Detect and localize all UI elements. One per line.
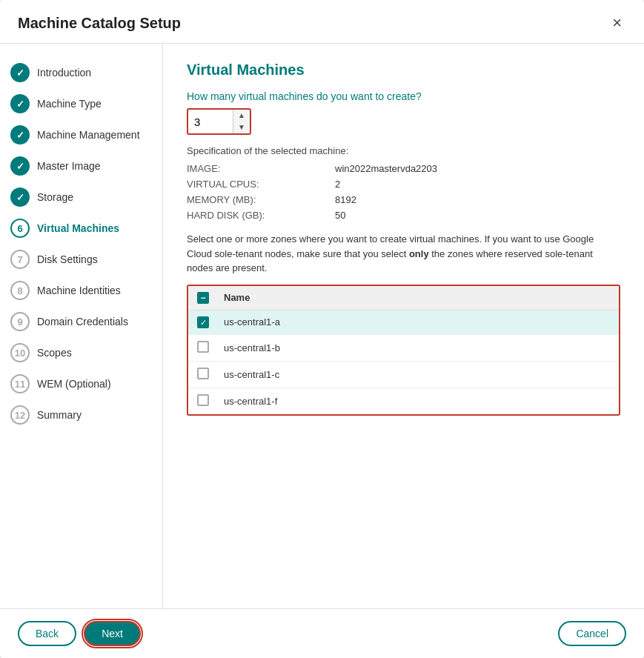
zone-name-label: us-central1-a xyxy=(224,316,280,328)
zone-checkbox-cell xyxy=(197,368,218,382)
vm-count-question: How many virtual machines do you want to… xyxy=(187,90,620,102)
sidebar-item-storage[interactable]: ✓Storage xyxy=(0,182,162,213)
step-icon-2: ✓ xyxy=(10,94,30,113)
zone-checkbox-cell: ✓ xyxy=(197,316,218,329)
sidebar-item-label: Machine Management xyxy=(37,129,140,141)
spec-label: HARD DISK (GB): xyxy=(187,207,335,223)
zone-name-label: us-central1-b xyxy=(224,342,280,353)
step-icon-6: 6 xyxy=(10,219,30,238)
sidebar-item-virtual-machines[interactable]: 6Virtual Machines xyxy=(0,213,162,244)
spec-value: win2022mastervda2203 xyxy=(335,161,620,176)
next-button[interactable]: Next xyxy=(84,621,141,646)
zone-checkbox-cell xyxy=(197,341,218,355)
spinner-up-button[interactable]: ▲ xyxy=(233,110,250,122)
sidebar-item-label: Introduction xyxy=(37,67,91,79)
zone-checkbox-us-central1-a[interactable]: ✓ xyxy=(197,316,209,328)
step-icon-12: 12 xyxy=(10,405,30,425)
zone-row-us-central1-f[interactable]: us-central1-f xyxy=(188,388,619,414)
sidebar-item-label: Virtual Machines xyxy=(37,222,119,234)
sidebar-item-label: Machine Identities xyxy=(37,285,121,296)
machine-catalog-dialog: Machine Catalog Setup × ✓Introduction✓Ma… xyxy=(0,0,644,658)
zone-checkbox-us-central1-c[interactable] xyxy=(197,368,209,379)
sidebar-item-summary[interactable]: 12Summary xyxy=(0,399,162,431)
vm-count-wrapper: ▲ ▼ xyxy=(187,108,251,135)
sidebar-item-label: Storage xyxy=(37,191,73,203)
section-title: Virtual Machines xyxy=(187,62,620,79)
step-icon-1: ✓ xyxy=(10,63,30,82)
main-content: Virtual Machines How many virtual machin… xyxy=(163,44,644,608)
step-icon-7: 7 xyxy=(10,250,30,269)
sidebar-item-introduction[interactable]: ✓Introduction xyxy=(0,57,162,88)
step-icon-8: 8 xyxy=(10,281,30,300)
spec-label: IMAGE: xyxy=(187,161,335,176)
sidebar-item-machine-management[interactable]: ✓Machine Management xyxy=(0,119,162,150)
sidebar-item-label: Summary xyxy=(37,409,82,421)
step-icon-5: ✓ xyxy=(10,187,30,207)
spec-label: MEMORY (MB): xyxy=(187,192,335,207)
sidebar-item-label: Master Image xyxy=(37,160,101,172)
step-icon-9: 9 xyxy=(10,312,30,331)
sidebar-item-machine-identities[interactable]: 8Machine Identities xyxy=(0,275,162,306)
zones-minus-checkbox[interactable]: − xyxy=(197,292,209,304)
sidebar-item-master-image[interactable]: ✓Master Image xyxy=(0,150,162,182)
step-icon-4: ✓ xyxy=(10,156,30,176)
sidebar-item-disk-settings[interactable]: 7Disk Settings xyxy=(0,244,162,275)
step-icon-11: 11 xyxy=(10,374,30,393)
sidebar-item-machine-type[interactable]: ✓Machine Type xyxy=(0,88,162,119)
vm-count-input[interactable] xyxy=(188,113,233,131)
info-text: Select one or more zones where you want … xyxy=(187,232,620,276)
dialog-title: Machine Catalog Setup xyxy=(18,15,181,32)
spec-label: VIRTUAL CPUS: xyxy=(187,176,335,192)
sidebar-item-label: Domain Credentials xyxy=(37,316,128,328)
spinner-down-button[interactable]: ▼ xyxy=(233,122,250,133)
dialog-footer: Back Next Cancel xyxy=(0,608,644,658)
spec-row: VIRTUAL CPUS:2 xyxy=(187,176,620,192)
zone-checkbox-cell xyxy=(197,394,218,408)
dialog-header: Machine Catalog Setup × xyxy=(0,0,644,44)
sidebar-item-label: Machine Type xyxy=(37,98,102,110)
zone-checkbox-us-central1-b[interactable] xyxy=(197,341,209,353)
spec-title: Specification of the selected machine: xyxy=(187,145,620,156)
footer-left: Back Next xyxy=(18,621,141,646)
spec-value: 8192 xyxy=(335,192,620,207)
zone-name-label: us-central1-c xyxy=(224,369,279,380)
sidebar: ✓Introduction✓Machine Type✓Machine Manag… xyxy=(0,44,163,608)
zones-header-check: − xyxy=(197,292,218,304)
dialog-body: ✓Introduction✓Machine Type✓Machine Manag… xyxy=(0,44,644,608)
spec-table: IMAGE:win2022mastervda2203VIRTUAL CPUS:2… xyxy=(187,161,620,223)
zones-header: − Name xyxy=(188,286,619,310)
sidebar-item-label: WEM (Optional) xyxy=(37,378,111,390)
sidebar-item-scopes[interactable]: 10Scopes xyxy=(0,337,162,368)
back-button[interactable]: Back xyxy=(18,621,76,646)
close-button[interactable]: × xyxy=(608,13,626,33)
zone-name-label: us-central1-f xyxy=(224,396,277,407)
zone-row-us-central1-c[interactable]: us-central1-c xyxy=(188,362,619,388)
zones-table: − Name ✓us-central1-aus-central1-bus-cen… xyxy=(187,285,620,416)
zone-row-us-central1-b[interactable]: us-central1-b xyxy=(188,335,619,362)
spinner-buttons: ▲ ▼ xyxy=(233,110,250,133)
sidebar-item-domain-credentials[interactable]: 9Domain Credentials xyxy=(0,306,162,337)
spec-row: IMAGE:win2022mastervda2203 xyxy=(187,161,620,176)
spec-row: MEMORY (MB):8192 xyxy=(187,192,620,207)
zone-checkbox-us-central1-f[interactable] xyxy=(197,394,209,406)
cancel-button[interactable]: Cancel xyxy=(558,621,626,646)
sidebar-item-label: Scopes xyxy=(37,347,72,359)
step-icon-10: 10 xyxy=(10,343,30,362)
step-icon-3: ✓ xyxy=(10,125,30,144)
zone-row-us-central1-a[interactable]: ✓us-central1-a xyxy=(188,310,619,336)
sidebar-item-label: Disk Settings xyxy=(37,253,98,265)
spec-value: 50 xyxy=(335,207,620,223)
spec-section: Specification of the selected machine: I… xyxy=(187,145,620,223)
zones-header-label: Name xyxy=(224,292,250,303)
spec-row: HARD DISK (GB):50 xyxy=(187,207,620,223)
sidebar-item-wem-optional[interactable]: 11WEM (Optional) xyxy=(0,368,162,399)
spec-value: 2 xyxy=(335,176,620,192)
